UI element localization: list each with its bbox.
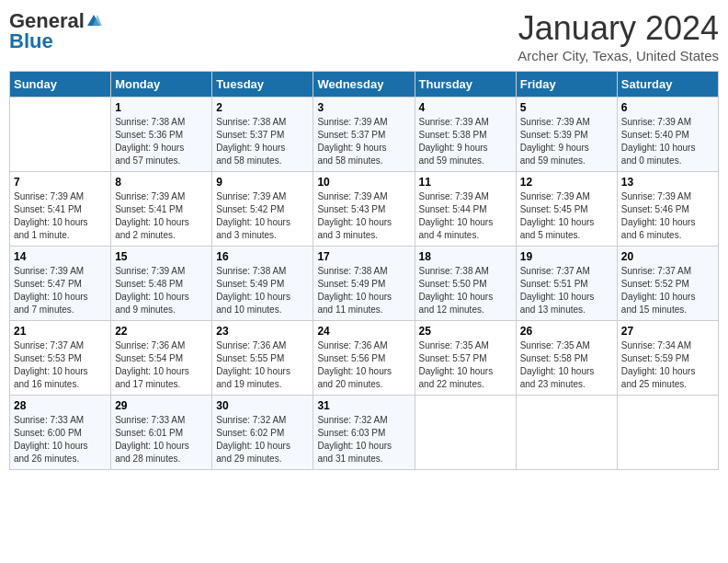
day-info: Sunrise: 7:39 AM Sunset: 5:38 PM Dayligh… bbox=[419, 116, 512, 167]
calendar-cell: 22Sunrise: 7:36 AM Sunset: 5:54 PM Dayli… bbox=[111, 321, 212, 396]
calendar-cell: 20Sunrise: 7:37 AM Sunset: 5:52 PM Dayli… bbox=[617, 247, 718, 321]
day-number: 19 bbox=[520, 250, 613, 263]
calendar-cell: 14Sunrise: 7:39 AM Sunset: 5:47 PM Dayli… bbox=[10, 247, 111, 321]
day-header-friday: Friday bbox=[516, 72, 617, 98]
day-number: 14 bbox=[14, 250, 107, 263]
calendar-cell: 13Sunrise: 7:39 AM Sunset: 5:46 PM Dayli… bbox=[617, 172, 718, 247]
calendar-cell: 16Sunrise: 7:38 AM Sunset: 5:49 PM Dayli… bbox=[212, 247, 313, 321]
calendar-table: SundayMondayTuesdayWednesdayThursdayFrid… bbox=[9, 71, 719, 470]
page-header: General Blue January 2024 Archer City, T… bbox=[9, 9, 719, 63]
calendar-cell: 25Sunrise: 7:35 AM Sunset: 5:57 PM Dayli… bbox=[415, 321, 516, 396]
day-header-sunday: Sunday bbox=[10, 72, 111, 98]
day-info: Sunrise: 7:33 AM Sunset: 6:01 PM Dayligh… bbox=[115, 414, 208, 465]
logo-blue-text: Blue bbox=[9, 29, 53, 53]
day-header-saturday: Saturday bbox=[617, 72, 718, 98]
calendar-cell: 6Sunrise: 7:39 AM Sunset: 5:40 PM Daylig… bbox=[617, 98, 718, 172]
day-number: 7 bbox=[14, 176, 107, 189]
calendar-cell: 3Sunrise: 7:39 AM Sunset: 5:37 PM Daylig… bbox=[313, 98, 415, 172]
day-info: Sunrise: 7:39 AM Sunset: 5:47 PM Dayligh… bbox=[14, 265, 107, 316]
day-number: 13 bbox=[621, 176, 714, 189]
calendar-cell: 26Sunrise: 7:35 AM Sunset: 5:58 PM Dayli… bbox=[516, 321, 617, 396]
calendar-cell: 21Sunrise: 7:37 AM Sunset: 5:53 PM Dayli… bbox=[10, 321, 111, 396]
calendar-cell: 19Sunrise: 7:37 AM Sunset: 5:51 PM Dayli… bbox=[516, 247, 617, 321]
calendar-cell: 17Sunrise: 7:38 AM Sunset: 5:49 PM Dayli… bbox=[313, 247, 415, 321]
day-number: 1 bbox=[115, 101, 208, 114]
calendar-cell bbox=[10, 98, 111, 172]
day-info: Sunrise: 7:32 AM Sunset: 6:03 PM Dayligh… bbox=[317, 414, 410, 465]
day-header-thursday: Thursday bbox=[415, 72, 516, 98]
day-number: 11 bbox=[419, 176, 512, 189]
calendar-cell bbox=[415, 396, 516, 470]
calendar-cell: 24Sunrise: 7:36 AM Sunset: 5:56 PM Dayli… bbox=[313, 321, 415, 396]
calendar-cell: 9Sunrise: 7:39 AM Sunset: 5:42 PM Daylig… bbox=[212, 172, 313, 247]
day-info: Sunrise: 7:39 AM Sunset: 5:41 PM Dayligh… bbox=[115, 190, 208, 242]
day-number: 16 bbox=[216, 250, 309, 263]
logo-icon bbox=[85, 13, 102, 29]
day-number: 23 bbox=[216, 325, 309, 338]
week-row-4: 21Sunrise: 7:37 AM Sunset: 5:53 PM Dayli… bbox=[10, 321, 719, 396]
day-number: 10 bbox=[317, 176, 410, 189]
calendar-cell bbox=[516, 396, 617, 470]
day-info: Sunrise: 7:39 AM Sunset: 5:45 PM Dayligh… bbox=[520, 190, 613, 242]
day-number: 25 bbox=[419, 325, 512, 338]
day-number: 22 bbox=[115, 325, 208, 338]
day-info: Sunrise: 7:39 AM Sunset: 5:41 PM Dayligh… bbox=[14, 190, 107, 242]
calendar-cell: 8Sunrise: 7:39 AM Sunset: 5:41 PM Daylig… bbox=[111, 172, 212, 247]
day-info: Sunrise: 7:32 AM Sunset: 6:02 PM Dayligh… bbox=[216, 414, 309, 465]
logo: General Blue bbox=[9, 9, 103, 53]
day-info: Sunrise: 7:38 AM Sunset: 5:36 PM Dayligh… bbox=[115, 116, 208, 167]
day-number: 12 bbox=[520, 176, 613, 189]
day-number: 17 bbox=[317, 250, 410, 263]
day-number: 28 bbox=[14, 399, 107, 412]
day-info: Sunrise: 7:35 AM Sunset: 5:57 PM Dayligh… bbox=[419, 339, 512, 391]
day-info: Sunrise: 7:37 AM Sunset: 5:52 PM Dayligh… bbox=[621, 265, 714, 316]
calendar-cell: 5Sunrise: 7:39 AM Sunset: 5:39 PM Daylig… bbox=[516, 98, 617, 172]
day-header-wednesday: Wednesday bbox=[313, 72, 415, 98]
day-number: 21 bbox=[14, 325, 107, 338]
week-row-1: 1Sunrise: 7:38 AM Sunset: 5:36 PM Daylig… bbox=[10, 98, 719, 172]
day-number: 29 bbox=[115, 399, 208, 412]
day-info: Sunrise: 7:39 AM Sunset: 5:48 PM Dayligh… bbox=[115, 265, 208, 316]
day-info: Sunrise: 7:39 AM Sunset: 5:44 PM Dayligh… bbox=[419, 190, 512, 242]
day-info: Sunrise: 7:36 AM Sunset: 5:56 PM Dayligh… bbox=[317, 339, 410, 391]
day-info: Sunrise: 7:39 AM Sunset: 5:42 PM Dayligh… bbox=[216, 190, 309, 242]
day-number: 24 bbox=[317, 325, 410, 338]
day-number: 4 bbox=[419, 101, 512, 114]
day-number: 18 bbox=[419, 250, 512, 263]
day-info: Sunrise: 7:38 AM Sunset: 5:50 PM Dayligh… bbox=[419, 265, 512, 316]
day-number: 26 bbox=[520, 325, 613, 338]
day-number: 30 bbox=[216, 399, 309, 412]
calendar-cell: 7Sunrise: 7:39 AM Sunset: 5:41 PM Daylig… bbox=[10, 172, 111, 247]
day-number: 3 bbox=[317, 101, 410, 114]
calendar-cell: 15Sunrise: 7:39 AM Sunset: 5:48 PM Dayli… bbox=[111, 247, 212, 321]
day-number: 6 bbox=[621, 101, 714, 114]
day-info: Sunrise: 7:38 AM Sunset: 5:49 PM Dayligh… bbox=[317, 265, 410, 316]
day-info: Sunrise: 7:39 AM Sunset: 5:43 PM Dayligh… bbox=[317, 190, 410, 242]
calendar-cell: 29Sunrise: 7:33 AM Sunset: 6:01 PM Dayli… bbox=[111, 396, 212, 470]
day-number: 27 bbox=[621, 325, 714, 338]
day-header-monday: Monday bbox=[111, 72, 212, 98]
title-block: January 2024 Archer City, Texas, United … bbox=[518, 9, 719, 63]
day-info: Sunrise: 7:36 AM Sunset: 5:55 PM Dayligh… bbox=[216, 339, 309, 391]
calendar-cell: 11Sunrise: 7:39 AM Sunset: 5:44 PM Dayli… bbox=[415, 172, 516, 247]
day-info: Sunrise: 7:35 AM Sunset: 5:58 PM Dayligh… bbox=[520, 339, 613, 391]
day-info: Sunrise: 7:39 AM Sunset: 5:39 PM Dayligh… bbox=[520, 116, 613, 167]
location: Archer City, Texas, United States bbox=[518, 48, 719, 63]
calendar-cell: 12Sunrise: 7:39 AM Sunset: 5:45 PM Dayli… bbox=[516, 172, 617, 247]
week-row-2: 7Sunrise: 7:39 AM Sunset: 5:41 PM Daylig… bbox=[10, 172, 719, 247]
day-info: Sunrise: 7:38 AM Sunset: 5:49 PM Dayligh… bbox=[216, 265, 309, 316]
day-info: Sunrise: 7:38 AM Sunset: 5:37 PM Dayligh… bbox=[216, 116, 309, 167]
calendar-cell: 31Sunrise: 7:32 AM Sunset: 6:03 PM Dayli… bbox=[313, 396, 415, 470]
day-number: 20 bbox=[621, 250, 714, 263]
day-info: Sunrise: 7:39 AM Sunset: 5:40 PM Dayligh… bbox=[621, 116, 714, 167]
week-row-5: 28Sunrise: 7:33 AM Sunset: 6:00 PM Dayli… bbox=[10, 396, 719, 470]
day-info: Sunrise: 7:39 AM Sunset: 5:37 PM Dayligh… bbox=[317, 116, 410, 167]
calendar-cell: 2Sunrise: 7:38 AM Sunset: 5:37 PM Daylig… bbox=[212, 98, 313, 172]
day-number: 8 bbox=[115, 176, 208, 189]
day-info: Sunrise: 7:34 AM Sunset: 5:59 PM Dayligh… bbox=[621, 339, 714, 391]
day-info: Sunrise: 7:33 AM Sunset: 6:00 PM Dayligh… bbox=[14, 414, 107, 465]
day-number: 15 bbox=[115, 250, 208, 263]
day-number: 9 bbox=[216, 176, 309, 189]
calendar-cell: 30Sunrise: 7:32 AM Sunset: 6:02 PM Dayli… bbox=[212, 396, 313, 470]
day-info: Sunrise: 7:39 AM Sunset: 5:46 PM Dayligh… bbox=[621, 190, 714, 242]
